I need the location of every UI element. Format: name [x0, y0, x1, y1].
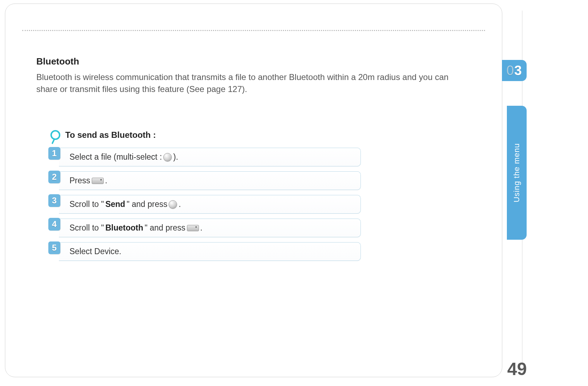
step-text-post: .: [105, 176, 107, 185]
top-divider: [22, 30, 485, 31]
section-tab: Using the menu: [507, 106, 527, 240]
soft-key-icon: [187, 225, 199, 231]
step-text: Scroll to " Send " and press .: [59, 195, 361, 214]
step-number-badge: 4: [48, 218, 60, 231]
procedure-title: To send as Bluetooth :: [65, 130, 156, 140]
step-text-bold: Send: [105, 200, 125, 209]
ok-button-icon: [169, 200, 177, 209]
soft-key-icon: [92, 178, 104, 184]
step-text-pre: Select Device.: [69, 247, 121, 256]
chapter-zero: 0: [507, 63, 514, 78]
margin-column: 03 Using the menu: [502, 0, 588, 386]
ok-button-icon: [163, 153, 172, 161]
step-text-pre: Select a file (multi-select :: [69, 152, 162, 162]
step-row: 3 Scroll to " Send " and press .: [50, 195, 361, 214]
section-tab-label: Using the menu: [512, 143, 521, 202]
step-text: Select Device.: [59, 242, 361, 261]
step-row: 1 Select a file (multi-select : ).: [50, 148, 361, 166]
manual-page: Bluetooth Bluetooth is wireless communic…: [5, 4, 502, 377]
step-number-badge: 3: [48, 194, 60, 207]
step-text-bold: Bluetooth: [105, 223, 143, 233]
chapter-tab: 03: [502, 60, 527, 81]
step-text-pre: Press: [69, 176, 90, 185]
step-text: Press .: [59, 171, 361, 190]
step-text: Select a file (multi-select : ).: [59, 148, 361, 166]
step-text-mid: " and press: [145, 223, 186, 233]
step-row: 4 Scroll to " Bluetooth " and press .: [50, 219, 361, 237]
step-number-badge: 5: [48, 241, 60, 254]
step-row: 2 Press .: [50, 171, 361, 190]
step-text-post: .: [178, 200, 181, 209]
content-area: Bluetooth Bluetooth is wireless communic…: [36, 56, 471, 266]
step-text: Scroll to " Bluetooth " and press .: [59, 219, 361, 237]
procedure-header: To send as Bluetooth :: [50, 130, 361, 140]
step-number-badge: 1: [48, 147, 60, 160]
section-title: Bluetooth: [36, 56, 471, 67]
step-row: 5 Select Device.: [50, 242, 361, 261]
step-text-pre: Scroll to ": [69, 200, 104, 209]
step-text-post: .: [200, 223, 202, 233]
step-text-pre: Scroll to ": [69, 223, 104, 233]
chapter-digit: 3: [514, 63, 522, 78]
step-number-badge: 2: [48, 171, 60, 183]
step-text-post: ).: [173, 152, 178, 162]
step-text-mid: " and press: [127, 200, 168, 209]
procedure-block: To send as Bluetooth : 1 Select a file (…: [50, 130, 361, 261]
magnifier-icon: [50, 130, 60, 140]
page-number: 49: [507, 359, 527, 379]
section-intro: Bluetooth is wireless communication that…: [36, 71, 471, 95]
